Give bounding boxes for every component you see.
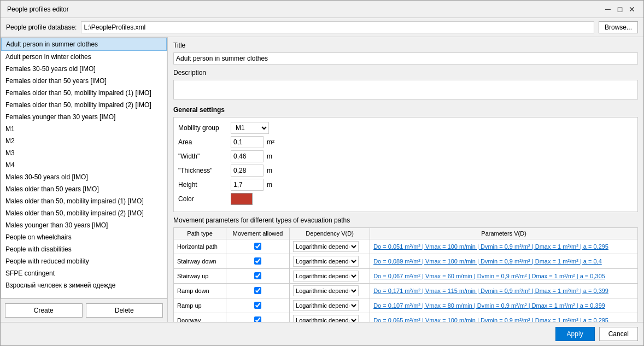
table-cell-parameters[interactable]: Do = 0,051 m²/m² | Vmax = 100 m/min | Dv… bbox=[370, 239, 638, 254]
area-label: Area bbox=[178, 138, 227, 146]
list-item[interactable]: Adult person in winter clothes bbox=[1, 51, 167, 63]
list-item[interactable]: Females younger than 30 years [IMO] bbox=[1, 111, 167, 123]
table-cell-path-type: Stairway up bbox=[174, 269, 226, 284]
table-cell-parameters[interactable]: Do = 0,067 m²/m² | Vmax = 60 m/min | Dvm… bbox=[370, 269, 638, 284]
list-item[interactable]: People on wheelchairs bbox=[1, 231, 167, 243]
width-input[interactable] bbox=[231, 150, 264, 162]
thickness-row: "Thickness" m bbox=[178, 165, 633, 177]
list-item[interactable]: Females older than 50, mobility impaired… bbox=[1, 87, 167, 99]
table-cell-path-type: Doorway bbox=[174, 313, 226, 322]
list-item[interactable]: SFPE contingent bbox=[1, 267, 167, 279]
table-row: Horizontal pathLogarithmic dependeDo = 0… bbox=[174, 239, 638, 254]
table-cell-movement-allowed[interactable] bbox=[226, 239, 290, 254]
table-cell-movement-allowed[interactable] bbox=[226, 313, 290, 322]
mobility-group-select[interactable]: M1 M2 M3 M4 bbox=[231, 122, 269, 134]
list-item[interactable]: M3 bbox=[1, 147, 167, 159]
color-label: Color bbox=[178, 195, 227, 203]
mobility-group-label: Mobility group bbox=[178, 124, 227, 132]
delete-button[interactable]: Delete bbox=[86, 303, 163, 318]
table-cell-parameters[interactable]: Do = 0,065 m²/m² | Vmax = 100 m/min | Dv… bbox=[370, 313, 638, 322]
thickness-label: "Thickness" bbox=[178, 167, 227, 174]
table-cell-movement-allowed[interactable] bbox=[226, 269, 290, 284]
list-item[interactable]: Males older than 50, mobility impaired (… bbox=[1, 207, 167, 219]
title-bar-controls: ─ □ ✕ bbox=[603, 4, 637, 14]
list-item[interactable]: Взрослый человек в зимней одежде bbox=[1, 279, 167, 291]
height-row: Height m bbox=[178, 179, 633, 191]
left-panel: Adult person in summer clothesAdult pers… bbox=[1, 37, 168, 322]
list-item[interactable]: Females older than 50, mobility impaired… bbox=[1, 99, 167, 111]
table-cell-dependency[interactable]: Logarithmic depende bbox=[290, 254, 370, 269]
table-cell-dependency[interactable]: Logarithmic depende bbox=[290, 313, 370, 322]
apply-button[interactable]: Apply bbox=[555, 327, 595, 341]
table-cell-parameters[interactable]: Do = 0,171 m²/m² | Vmax = 115 m/min | Dv… bbox=[370, 284, 638, 298]
area-unit: m² bbox=[267, 138, 274, 146]
browse-button[interactable]: Browse... bbox=[599, 21, 638, 33]
table-cell-dependency[interactable]: Logarithmic depende bbox=[290, 239, 370, 254]
list-item[interactable]: M4 bbox=[1, 159, 167, 171]
col-dependency: Dependency V(D) bbox=[290, 228, 370, 239]
col-path-type: Path type bbox=[174, 228, 226, 239]
table-cell-dependency[interactable]: Logarithmic depende bbox=[290, 298, 370, 313]
close-button[interactable]: ✕ bbox=[627, 4, 637, 14]
width-unit: m bbox=[267, 153, 272, 160]
table-cell-path-type: Horizontal path bbox=[174, 239, 226, 254]
profile-list[interactable]: Adult person in summer clothesAdult pers… bbox=[1, 37, 167, 298]
create-button[interactable]: Create bbox=[5, 303, 83, 318]
list-item[interactable]: Males younger than 30 years [IMO] bbox=[1, 219, 167, 231]
minimize-button[interactable]: ─ bbox=[603, 4, 613, 14]
list-item[interactable]: Males 30-50 years old [IMO] bbox=[1, 171, 167, 183]
list-item[interactable]: M2 bbox=[1, 135, 167, 147]
table-cell-parameters[interactable]: Do = 0,107 m²/m² | Vmax = 80 m/min | Dvm… bbox=[370, 298, 638, 313]
thickness-unit: m bbox=[267, 167, 272, 174]
table-cell-path-type: Stairway down bbox=[174, 254, 226, 269]
filepath-input[interactable] bbox=[81, 21, 594, 33]
col-movement-allowed: Movement allowed bbox=[226, 228, 290, 239]
main-window: People profiles editor ─ □ ✕ People prof… bbox=[0, 0, 644, 346]
height-input[interactable] bbox=[231, 179, 264, 191]
table-row: DoorwayLogarithmic dependeDo = 0,065 m²/… bbox=[174, 313, 638, 322]
list-item[interactable]: M1 bbox=[1, 123, 167, 135]
list-item[interactable]: People with reduced mobility bbox=[1, 255, 167, 267]
list-item[interactable]: Females 30-50 years old [IMO] bbox=[1, 63, 167, 75]
table-row: Ramp downLogarithmic dependeDo = 0,171 m… bbox=[174, 284, 638, 298]
area-input[interactable] bbox=[231, 136, 264, 148]
title-bar-left: People profiles editor bbox=[7, 5, 69, 13]
thickness-input[interactable] bbox=[231, 165, 264, 177]
toolbar-row: People profile database: Browse... bbox=[1, 18, 643, 37]
left-buttons: Create Delete bbox=[1, 298, 167, 322]
table-cell-dependency[interactable]: Logarithmic depende bbox=[290, 269, 370, 284]
col-parameters: Parameters V(D) bbox=[370, 228, 638, 239]
general-settings-title: General settings bbox=[173, 106, 638, 114]
width-row: "Width" m bbox=[178, 150, 633, 162]
table-cell-movement-allowed[interactable] bbox=[226, 298, 290, 313]
area-row: Area m² bbox=[178, 136, 633, 148]
maximize-button[interactable]: □ bbox=[615, 4, 625, 14]
table-cell-dependency[interactable]: Logarithmic depende bbox=[290, 284, 370, 298]
table-row: Ramp upLogarithmic dependeDo = 0,107 m²/… bbox=[174, 298, 638, 313]
cancel-button[interactable]: Cancel bbox=[599, 327, 638, 341]
list-item[interactable]: Males older than 50, mobility impaired (… bbox=[1, 195, 167, 207]
list-item[interactable]: Adult person in summer clothes bbox=[1, 38, 167, 51]
list-item[interactable]: Females older than 50 years [IMO] bbox=[1, 75, 167, 87]
movement-table-section: Movement parameters for different types … bbox=[173, 216, 638, 322]
title-bar: People profiles editor ─ □ ✕ bbox=[1, 1, 643, 18]
description-textarea[interactable] bbox=[173, 80, 638, 99]
color-picker[interactable] bbox=[231, 193, 253, 205]
table-cell-movement-allowed[interactable] bbox=[226, 254, 290, 269]
title-field-group: Title bbox=[173, 42, 638, 64]
mobility-group-row: Mobility group M1 M2 M3 M4 bbox=[178, 122, 633, 134]
main-area: Adult person in summer clothesAdult pers… bbox=[1, 37, 643, 322]
table-cell-parameters[interactable]: Do = 0,089 m²/m² | Vmax = 100 m/min | Dv… bbox=[370, 254, 638, 269]
title-label: Title bbox=[173, 42, 638, 49]
title-input[interactable] bbox=[173, 52, 638, 64]
table-row: Stairway upLogarithmic dependeDo = 0,067… bbox=[174, 269, 638, 284]
color-row: Color bbox=[178, 193, 633, 205]
table-row: Stairway downLogarithmic dependeDo = 0,0… bbox=[174, 254, 638, 269]
bottom-bar: Apply Cancel bbox=[1, 322, 643, 345]
height-unit: m bbox=[267, 181, 272, 189]
list-item[interactable]: People with disabilities bbox=[1, 243, 167, 255]
list-item[interactable]: Males older than 50 years [IMO] bbox=[1, 183, 167, 195]
movement-table-title: Movement parameters for different types … bbox=[173, 216, 638, 224]
table-cell-movement-allowed[interactable] bbox=[226, 284, 290, 298]
movement-table: Path type Movement allowed Dependency V(… bbox=[173, 227, 638, 322]
